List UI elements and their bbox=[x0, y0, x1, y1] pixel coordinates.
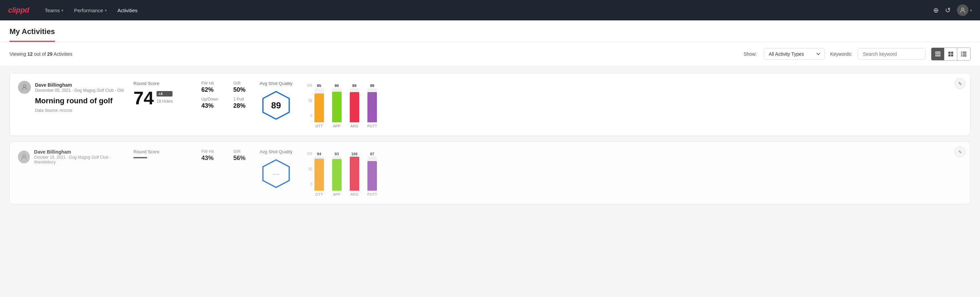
svg-rect-9 bbox=[963, 52, 966, 53]
svg-rect-2 bbox=[935, 54, 940, 55]
round-score-label: Round Score bbox=[134, 81, 194, 86]
oneputt-label: 1 Putt bbox=[233, 97, 245, 102]
navbar: clippd Teams ▾ Performance ▾ Activities … bbox=[0, 0, 980, 21]
fw-hit-label: FW Hit bbox=[201, 149, 214, 154]
avg-shot-quality-section: Avg Shot Quality 89 bbox=[252, 81, 300, 121]
user-name: Dave Billingham bbox=[34, 149, 127, 155]
svg-rect-11 bbox=[963, 54, 966, 55]
gir-stat: GIR 56% bbox=[233, 149, 245, 162]
svg-point-16 bbox=[23, 154, 25, 156]
gir-value: 56% bbox=[233, 155, 245, 162]
user-info: Dave Billingham December 05, 2021 · Gog … bbox=[35, 82, 124, 93]
nav-item-performance[interactable]: Performance ▾ bbox=[69, 5, 111, 16]
round-score-section: Round Score bbox=[134, 149, 194, 161]
svg-rect-5 bbox=[951, 52, 953, 54]
svg-rect-1 bbox=[935, 52, 940, 53]
svg-rect-4 bbox=[948, 52, 950, 54]
avatar bbox=[957, 5, 969, 16]
svg-rect-13 bbox=[963, 55, 966, 56]
view-list-detail-button[interactable] bbox=[957, 48, 970, 60]
activity-title: Morning round of golf bbox=[35, 96, 127, 105]
updown-value: 43% bbox=[201, 102, 218, 109]
activity-type-select[interactable]: All Activity Types bbox=[764, 48, 825, 60]
updown-stat: Up/Down 43% bbox=[201, 97, 218, 109]
gir-label: GIR bbox=[233, 81, 245, 86]
edit-button[interactable]: ✎ bbox=[955, 147, 966, 157]
activity-card: Dave Billingham December 05, 2021 · Gog … bbox=[10, 73, 970, 136]
nav-item-teams[interactable]: Teams ▾ bbox=[40, 5, 68, 16]
score-row bbox=[134, 157, 194, 161]
fw-hit-stat: FW Hit 43% bbox=[201, 149, 214, 162]
user-menu[interactable]: ▾ bbox=[957, 5, 972, 16]
avatar bbox=[18, 150, 30, 163]
hexagon-container: 89 bbox=[261, 90, 291, 121]
navbar-left: clippd Teams ▾ Performance ▾ Activities bbox=[8, 5, 142, 16]
activities-list: Dave Billingham December 05, 2021 · Gog … bbox=[0, 66, 980, 216]
fw-hit-value: 43% bbox=[201, 155, 214, 162]
user-row: Dave Billingham October 16, 2021 · Gog M… bbox=[18, 149, 127, 164]
gir-label: GIR bbox=[233, 149, 245, 154]
gir-value: 50% bbox=[233, 86, 245, 93]
svg-rect-3 bbox=[935, 55, 940, 56]
fw-hit-stat: FW Hit 62% bbox=[201, 81, 214, 93]
avatar bbox=[18, 81, 31, 94]
nav-item-activities[interactable]: Activities bbox=[113, 5, 142, 16]
stat-row-bottom: Up/Down 43% 1 Putt 28% bbox=[201, 97, 245, 109]
svg-rect-6 bbox=[948, 54, 950, 56]
view-grid-button[interactable] bbox=[944, 48, 957, 60]
performance-chevron-icon: ▾ bbox=[105, 8, 107, 12]
hex-score: 89 bbox=[271, 100, 281, 111]
page-header: My Activities bbox=[0, 21, 980, 42]
stat-row-top: FW Hit 62% GIR 50% bbox=[201, 81, 245, 93]
avg-shot-label: Avg Shot Quality bbox=[260, 81, 293, 86]
gir-stat: GIR 50% bbox=[233, 81, 245, 93]
keyword-search-input[interactable] bbox=[858, 48, 926, 60]
stats-section: FW Hit 62% GIR 50% Up/Down 43% 1 Putt 28… bbox=[201, 81, 245, 113]
hexagon-container: — bbox=[261, 158, 291, 189]
filter-bar: Viewing 12 out of 29 Activities Show: Al… bbox=[0, 42, 980, 66]
hexagon: — bbox=[261, 158, 291, 189]
view-list-compact-button[interactable] bbox=[931, 48, 944, 60]
card-left: Dave Billingham October 16, 2021 · Gog M… bbox=[18, 149, 127, 167]
svg-rect-8 bbox=[961, 52, 962, 53]
logo: clippd bbox=[8, 6, 29, 14]
oneputt-stat: 1 Putt 28% bbox=[233, 97, 245, 109]
refresh-button[interactable]: ↺ bbox=[945, 6, 951, 14]
user-name: Dave Billingham bbox=[35, 82, 124, 88]
add-button[interactable]: ⊕ bbox=[933, 6, 939, 14]
user-date: October 16, 2021 · Gog Magog Golf Club -… bbox=[34, 155, 127, 164]
chart-section: 10050094OTT93APP106ARG87PUTT bbox=[307, 149, 962, 196]
round-score-value: 74 bbox=[134, 89, 154, 107]
avg-shot-label: Avg Shot Quality bbox=[260, 149, 293, 154]
stats-section: FW Hit 43% GIR 56% bbox=[201, 149, 245, 165]
score-badge: +4 bbox=[156, 91, 172, 96]
fw-hit-label: FW Hit bbox=[201, 81, 214, 86]
holes-label: 18 Holes bbox=[156, 99, 172, 104]
teams-chevron-icon: ▾ bbox=[62, 8, 63, 12]
navbar-right: ⊕ ↺ ▾ bbox=[933, 5, 972, 16]
activity-card: Dave Billingham October 16, 2021 · Gog M… bbox=[10, 141, 970, 204]
nav-links: Teams ▾ Performance ▾ Activities bbox=[40, 5, 142, 16]
chart-section: 10050085OTT90APP89ARG89PUTT bbox=[307, 81, 962, 128]
card-left: Dave Billingham December 05, 2021 · Gog … bbox=[18, 81, 127, 113]
score-row: 74 +4 18 Holes bbox=[134, 89, 194, 107]
viewing-text: Viewing 12 out of 29 Activities bbox=[10, 51, 738, 57]
svg-rect-12 bbox=[961, 55, 962, 56]
svg-rect-7 bbox=[951, 54, 953, 56]
edit-button[interactable]: ✎ bbox=[955, 78, 966, 89]
avg-shot-quality-section: Avg Shot Quality — bbox=[252, 149, 300, 189]
user-date: December 05, 2021 · Gog Magog Golf Club … bbox=[35, 88, 124, 93]
data-source: Data Source: Arccos bbox=[35, 108, 127, 113]
hex-score: — bbox=[273, 170, 280, 178]
svg-point-0 bbox=[962, 8, 964, 10]
updown-label: Up/Down bbox=[201, 97, 218, 102]
user-menu-chevron-icon: ▾ bbox=[970, 8, 972, 12]
svg-rect-10 bbox=[961, 54, 962, 55]
page-title: My Activities bbox=[10, 21, 55, 42]
view-toggles bbox=[931, 48, 970, 61]
show-label: Show: bbox=[744, 51, 757, 57]
user-row: Dave Billingham December 05, 2021 · Gog … bbox=[18, 81, 127, 94]
hexagon: 89 bbox=[261, 90, 291, 121]
fw-hit-value: 62% bbox=[201, 86, 214, 93]
stat-row-top: FW Hit 43% GIR 56% bbox=[201, 149, 245, 162]
